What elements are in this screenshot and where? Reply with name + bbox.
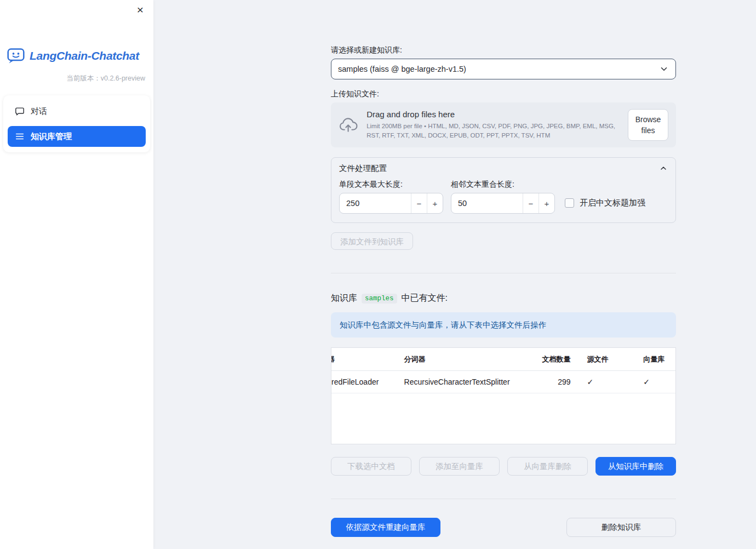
rebuild-vector-store-button[interactable]: 依据源文件重建向量库 [331,518,440,537]
menu-item-label: 知识库管理 [31,131,72,142]
file-dropzone[interactable]: Drag and drop files here Limit 200MB per… [331,102,676,147]
files-table: 器 分词器 文档数量 源文件 向量库 redFileLoader Recursi… [331,347,676,444]
column-header-loader[interactable]: 器 [331,354,394,364]
decrement-button[interactable]: − [411,193,427,213]
expander-body: 单段文本最大长度: 250 − + 相邻文本重合长度: 50 − + 开启中文标… [331,179,675,222]
upload-cloud-icon [339,117,358,133]
info-banner: 知识库中包含源文件与向量库，请从下表中选择文件后操作 [331,312,676,338]
sidebar-item-kb-management[interactable]: 知识库管理 [8,126,146,147]
dropzone-title: Drag and drop files here [366,110,619,119]
existing-files-line: 知识库 samples 中已有文件: [331,293,676,304]
column-header-vector-store[interactable]: 向量库 [632,354,675,364]
file-config-expander: 文件处理配置 单段文本最大长度: 250 − + 相邻文本重合长度: 50 − … [331,157,676,223]
overlap-field: 相邻文本重合长度: 50 − + [451,180,555,214]
chevron-up-icon [659,164,668,173]
column-header-source-file[interactable]: 源文件 [575,354,633,364]
menu-item-label: 对话 [31,106,47,117]
cell-source-file-check: ✓ [575,378,633,386]
close-icon: × [137,4,144,15]
dropzone-text: Drag and drop files here Limit 200MB per… [366,110,619,140]
kb-name-code: samples [362,294,397,304]
list-icon [15,131,25,141]
cell-splitter: RecursiveCharacterTextSplitter [394,378,519,386]
upload-label: 上传知识文件: [331,89,676,99]
checkbox-label: 开启中文标题加强 [580,198,645,208]
existing-prefix: 知识库 [331,293,357,304]
chunk-size-input[interactable]: 250 − + [339,193,443,214]
chunk-size-field: 单段文本最大长度: 250 − + [339,180,443,214]
chevron-down-icon [659,64,669,74]
column-header-label: 文档数量 [542,355,571,363]
file-action-buttons: 下载选中文档 添加至向量库 从向量库删除 从知识库中删除 [331,457,676,476]
checkbox-icon [565,198,574,208]
overlap-label: 相邻文本重合长度: [451,180,555,190]
decrement-button[interactable]: − [523,193,539,213]
kb-selectbox[interactable]: samples (faiss @ bge-large-zh-v1.5) [331,59,676,79]
divider [331,273,676,273]
divider [331,499,676,499]
add-to-vector-button[interactable]: 添加至向量库 [419,457,500,476]
zh-title-checkbox[interactable]: 开启中文标题加强 [565,192,645,213]
cell-loader: redFileLoader [331,378,394,386]
expander-title: 文件处理配置 [339,163,387,174]
kb-select-label: 请选择或新建知识库: [331,45,676,55]
add-files-button[interactable]: 添加文件到知识库 [331,232,413,250]
existing-suffix: 中已有文件: [402,293,448,304]
app-logo: LangChain-Chatchat [7,47,153,65]
app-title: LangChain-Chatchat [30,49,139,62]
expander-header[interactable]: 文件处理配置 [331,158,675,179]
column-header-label: 器 [331,354,335,364]
kb-level-buttons: 依据源文件重建向量库 删除知识库 [331,518,676,537]
chatchat-logo-icon [7,47,25,65]
sidebar-item-dialogue[interactable]: 对话 [8,101,146,122]
chunk-size-label: 单段文本最大长度: [339,180,443,190]
cell-doc-count: 299 [519,378,575,386]
main-content: 请选择或新建知识库: samples (faiss @ bge-large-zh… [331,0,676,537]
download-selected-button[interactable]: 下载选中文档 [331,457,411,476]
delete-kb-button[interactable]: 删除知识库 [566,518,676,537]
chat-bubble-icon [15,106,25,116]
overlap-input[interactable]: 50 − + [451,193,555,214]
column-header-doc-count[interactable]: 文档数量 [519,354,575,364]
version-label: 当前版本：v0.2.6-preview [0,74,153,83]
table-header-row: 器 分词器 文档数量 源文件 向量库 [331,348,675,371]
overlap-value: 50 [451,193,523,213]
increment-button[interactable]: + [539,193,554,213]
sidebar-close-button[interactable]: × [134,3,147,16]
table-row[interactable]: redFileLoader RecursiveCharacterTextSpli… [331,371,675,393]
column-header-label: 分词器 [404,355,426,363]
column-header-label: 源文件 [587,355,609,363]
chunk-size-value: 250 [340,193,411,213]
sidebar: × LangChain-Chatchat 当前版本：v0.2.6-preview… [0,0,153,549]
delete-from-kb-button[interactable]: 从知识库中删除 [595,457,676,476]
browse-files-button[interactable]: Browse files [628,109,668,141]
column-header-label: 向量库 [643,355,665,363]
delete-from-vector-button[interactable]: 从向量库删除 [507,457,588,476]
cell-vector-store-check: ✓ [632,378,675,386]
increment-button[interactable]: + [427,193,443,213]
column-header-splitter[interactable]: 分词器 [394,354,519,364]
kb-selected-value: samples (faiss @ bge-large-zh-v1.5) [338,65,466,73]
dropzone-limit: Limit 200MB per file • HTML, MD, JSON, C… [366,122,619,140]
sidebar-menu: 对话 知识库管理 [3,95,150,152]
